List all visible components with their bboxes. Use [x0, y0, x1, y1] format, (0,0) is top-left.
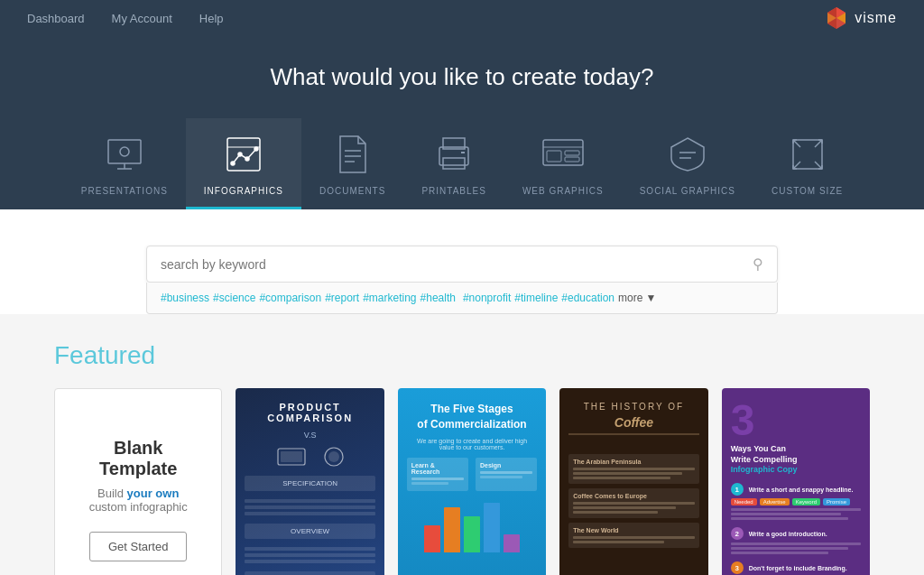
hero-title: What would you like to create today? — [0, 63, 924, 91]
nav-help[interactable]: Help — [199, 12, 224, 25]
svg-line-33 — [815, 140, 822, 147]
tab-custom-size[interactable]: CUSTOM SIZE — [753, 118, 861, 209]
tab-infographics[interactable]: INFOGRAPHICS — [186, 118, 301, 209]
svg-rect-37 — [281, 451, 302, 462]
coffee-content: The Arabian Peninsula Coffee Comes to Eu… — [568, 454, 698, 552]
coffee-history-label: THE HISTORY OF — [584, 402, 684, 412]
svg-rect-28 — [565, 157, 579, 162]
tab-documents-label: DOCUMENTS — [319, 186, 385, 196]
product-comparison-card[interactable]: PRODUCT COMPARISON V.S SPECIFICATION — [236, 388, 383, 575]
tag-business[interactable]: #business — [161, 292, 209, 304]
custom-size-icon — [785, 132, 830, 177]
featured-title: Featured — [54, 341, 870, 370]
svg-point-16 — [254, 147, 258, 151]
tab-custom-size-label: CUSTOM SIZE — [772, 186, 843, 196]
five-stages-card[interactable]: The Five Stagesof Commercialization We a… — [398, 388, 546, 575]
blank-template-card[interactable]: Blank Template Build your owncustom info… — [54, 388, 222, 575]
svg-rect-27 — [565, 151, 579, 155]
tag-nonprofit[interactable]: #nonprofit — [463, 292, 511, 304]
product-vs-label: V.S — [304, 431, 317, 440]
three-ways-card[interactable]: 3 Ways You CanWrite CompellingInfographi… — [722, 388, 870, 575]
coffee-history-card[interactable]: THE HISTORY OF Coffee The Arabian Penins… — [559, 388, 707, 575]
search-icon[interactable]: ⚲ — [753, 255, 763, 273]
product-performance-row: PERFORMANCE — [245, 571, 374, 575]
ways-number: 3 — [731, 399, 861, 442]
product-icons — [277, 447, 344, 467]
ways-item-1: 1 Write a short and snappy headline. Nee… — [731, 483, 861, 520]
svg-point-15 — [245, 157, 249, 161]
search-section: ⚲ #business #science #comparison #report… — [0, 209, 924, 314]
svg-point-10 — [120, 147, 129, 156]
tag-marketing[interactable]: #marketing — [363, 292, 416, 304]
tag-report[interactable]: #report — [325, 292, 359, 304]
coffee-section-3: The New World — [568, 523, 698, 548]
svg-point-14 — [238, 153, 242, 156]
chevron-down-icon: ▼ — [645, 292, 656, 304]
product-comparison-title: PRODUCT COMPARISON — [245, 402, 374, 423]
coffee-main-title: Coffee — [614, 415, 653, 430]
templates-grid: Blank Template Build your owncustom info… — [54, 388, 870, 575]
svg-line-32 — [793, 140, 800, 147]
nav-my-account[interactable]: My Account — [112, 12, 172, 25]
tab-printables[interactable]: PRINTABLES — [403, 118, 504, 209]
tab-web-graphics-label: WEB GRAPHICS — [522, 186, 604, 196]
tab-printables-label: PRINTABLES — [421, 186, 486, 196]
svg-rect-7 — [108, 140, 141, 163]
category-tabs: PRESENTATIONS INFOGRAPHICS — [0, 118, 924, 209]
svg-rect-22 — [443, 158, 465, 169]
stages-subtitle: We are going to create and deliver highv… — [417, 438, 527, 450]
nav-dashboard[interactable]: Dashboard — [27, 12, 85, 25]
tag-comparison[interactable]: #comparison — [259, 292, 321, 304]
search-box: ⚲ — [146, 246, 778, 283]
ways-title: Ways You CanWrite CompellingInfographic … — [731, 444, 861, 476]
svg-rect-26 — [547, 151, 561, 162]
logo-gem-icon — [824, 5, 849, 31]
blank-template-subtitle: Build your owncustom infographic — [89, 487, 188, 514]
tag-health[interactable]: #health — [420, 292, 456, 304]
tags-row: #business #science #comparison #report #… — [146, 283, 778, 314]
tab-documents[interactable]: DOCUMENTS — [301, 118, 403, 209]
ways-item-3: 3 Don't forget to include Branding. — [731, 561, 861, 575]
tag-science[interactable]: #science — [213, 292, 255, 304]
svg-point-39 — [328, 451, 339, 462]
tag-timeline[interactable]: #timeline — [514, 292, 558, 304]
blank-template-title: Blank Template — [73, 438, 203, 479]
product-spec-row: SPECIFICATION — [245, 476, 374, 491]
logo-text: visme — [855, 10, 897, 26]
get-started-button[interactable]: Get Started — [89, 532, 187, 561]
tab-presentations-label: PRESENTATIONS — [81, 186, 168, 196]
coffee-section-1: The Arabian Peninsula — [568, 454, 698, 484]
logo: visme — [824, 5, 897, 31]
product-overview-lines — [245, 547, 374, 566]
tab-presentations[interactable]: PRESENTATIONS — [63, 118, 186, 209]
svg-line-34 — [793, 162, 800, 169]
social-graphics-icon — [665, 132, 710, 177]
documents-icon — [330, 132, 375, 177]
tag-education[interactable]: #education — [561, 292, 614, 304]
stages-bar-chart — [407, 498, 537, 552]
tab-infographics-label: INFOGRAPHICS — [204, 186, 283, 196]
svg-line-35 — [815, 162, 822, 169]
coffee-section-2: Coffee Comes to Europe — [568, 488, 698, 518]
search-box-container: ⚲ #business #science #comparison #report… — [146, 246, 778, 314]
stages-title: The Five Stagesof Commercialization — [417, 402, 526, 432]
product-spec-lines — [245, 499, 374, 518]
search-input[interactable] — [161, 257, 753, 272]
svg-point-13 — [231, 162, 235, 165]
tab-social-graphics[interactable]: SOCIAL GRAPHICS — [622, 118, 753, 209]
hero-section: What would you like to create today? PRE… — [0, 36, 924, 209]
infographics-icon — [221, 132, 266, 177]
presentations-icon — [102, 132, 147, 177]
product-overview-row: OVERVIEW — [245, 524, 374, 539]
main-content: Featured Blank Template Build your owncu… — [0, 314, 924, 575]
nav-links: Dashboard My Account Help — [27, 12, 224, 25]
tab-web-graphics[interactable]: WEB GRAPHICS — [504, 118, 622, 209]
printables-icon — [431, 132, 476, 177]
top-navigation: Dashboard My Account Help visme — [0, 0, 924, 36]
ways-item-2: 2 Write a good introduction. — [731, 527, 861, 554]
web-graphics-icon — [541, 132, 586, 177]
more-tags-button[interactable]: more ▼ — [618, 292, 656, 304]
svg-rect-20 — [439, 147, 468, 165]
tab-social-graphics-label: SOCIAL GRAPHICS — [640, 186, 735, 196]
